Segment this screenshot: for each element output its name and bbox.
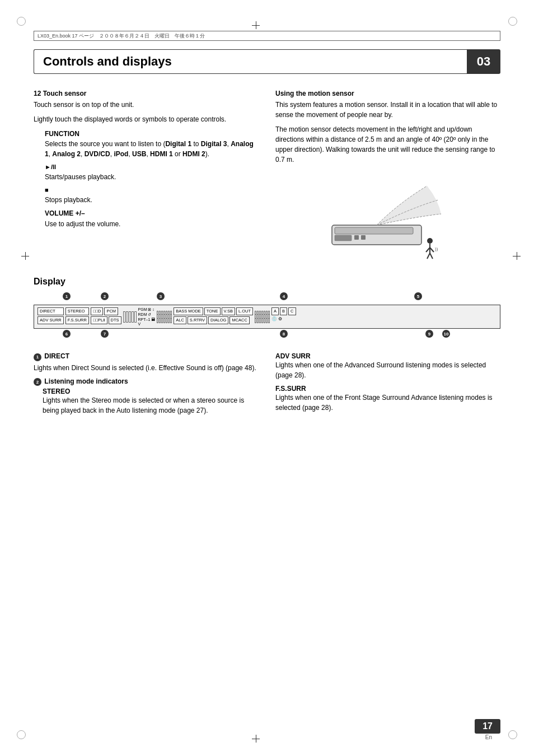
svg-line-10	[427, 253, 430, 259]
desc-stereo-text: Lights when the Stereo mode is selected …	[43, 395, 259, 416]
callout-row-bottom: 6 7 8 9 10	[34, 330, 500, 341]
touch-sensor-text1: Touch sensor is on top of the unit.	[34, 100, 259, 110]
seg-rdm: RDM ↺	[138, 312, 156, 317]
seg-dd: □□D	[91, 307, 103, 315]
svg-line-9	[430, 248, 434, 252]
callout-6: 6	[63, 330, 72, 338]
page-number: 17	[475, 719, 500, 734]
bar-group-left	[123, 307, 137, 326]
seg-vsb: V.SB	[222, 307, 235, 315]
volume-text: Use to adjust the volume.	[45, 219, 259, 229]
seg-bassmode: BASS MODE	[174, 307, 203, 315]
display-panel-container: 1 2 3 4 5 DIRECT ADV SURR STEREO F.S.SUR…	[34, 292, 500, 341]
seg-direct: DIRECT	[38, 307, 64, 315]
callout-9: 9	[425, 330, 434, 338]
stop-text: Stops playback.	[45, 195, 259, 205]
function-section: FUNCTION Selects the source you want to …	[34, 130, 259, 159]
bar-groups-center	[157, 307, 172, 326]
desc-advsurr-text: Lights when one of the Advanced Surround…	[275, 360, 500, 380]
seg-group-direct: DIRECT ADV SURR	[38, 307, 64, 326]
svg-line-11	[430, 253, 433, 259]
seg-group-stereo: STEREO F.S.SURR	[65, 307, 89, 326]
seg-dts: DTS	[109, 316, 121, 324]
desc-direct-text: Lights when Direct Sound is selected (i.…	[34, 363, 259, 373]
cd-icon: 💿	[271, 316, 277, 321]
display-panel: DIRECT ADV SURR STEREO F.S.SURR □□D PCM …	[34, 305, 500, 329]
function-heading: FUNCTION	[45, 130, 259, 138]
desc-stereo-sub: STEREO Lights when the Stereo mode is se…	[34, 388, 259, 416]
callout-4: 4	[280, 292, 289, 300]
svg-rect-3	[354, 235, 359, 240]
play-text: Starts/pauses playback.	[45, 172, 259, 182]
touch-sensor-section: 12 Touch sensor Touch sensor is on top o…	[34, 90, 259, 124]
chapter-number: 03	[467, 49, 500, 74]
svg-rect-1	[335, 227, 413, 234]
seg-group-abc: A B C 💿 ⚙	[271, 307, 296, 326]
svg-rect-4	[361, 235, 366, 240]
desc-direct-num: 1 DIRECT	[34, 352, 259, 361]
motion-sensor-svg: ))	[326, 169, 449, 262]
desc-left-col: 1 DIRECT Lights when Direct Sound is sel…	[34, 352, 259, 420]
seg-group-bass: BASS MODE TONE V.SB L.OUT ALC S.RTRV DIA…	[174, 307, 253, 326]
desc-advsurr: ADV SURR Lights when one of the Advanced…	[275, 352, 500, 380]
callout-row-top: 1 2 3 4 5	[34, 292, 500, 304]
seg-dialog: DIALOG	[208, 316, 228, 324]
callout-2: 2	[101, 292, 110, 300]
desc-listening-modes: 2 Listening mode indicators STEREO Light…	[34, 377, 259, 416]
seg-group-dd: □□D PCM □□PLll DTS	[91, 307, 121, 326]
seg-lout: L.OUT	[236, 307, 253, 315]
touch-sensor-heading: 12 Touch sensor	[34, 90, 259, 97]
seg-a: A	[271, 307, 279, 315]
seg-advsurr: ADV SURR	[38, 316, 64, 324]
stop-section: ■ Stops playback.	[34, 186, 259, 205]
seg-stereo: STEREO	[65, 307, 89, 315]
volume-label: VOLUME +/–	[45, 209, 259, 217]
volume-section: VOLUME +/– Use to adjust the volume.	[34, 209, 259, 229]
seg-alc: ALC	[174, 316, 186, 324]
svg-point-6	[427, 238, 433, 244]
header-bar: LX03_En.book 17 ページ ２００８年６月２４日 火曜日 午後６時１…	[34, 31, 500, 41]
callout-7: 7	[101, 330, 110, 338]
play-section: ►/II Starts/pauses playback.	[34, 164, 259, 182]
function-text: Selects the source you want to listen to…	[45, 139, 259, 159]
motion-sensor-diagram: ))	[275, 169, 500, 263]
desc-stereo-label: STEREO	[43, 388, 259, 395]
desc-listening-num: 2 Listening mode indicators	[34, 377, 259, 386]
right-column: Using the motion sensor This system feat…	[275, 90, 500, 263]
callout-1: 1	[63, 292, 72, 300]
desc-right-col: ADV SURR Lights when one of the Advanced…	[275, 352, 500, 420]
callout-3: 3	[157, 292, 166, 300]
seg-fssurr: F.S.SURR	[65, 316, 89, 324]
desc-direct: 1 DIRECT Lights when Direct Sound is sel…	[34, 352, 259, 373]
seg-tone: TONE	[204, 307, 221, 315]
gear-icon: ⚙	[278, 316, 282, 321]
seg-rpt: RPT–1 🖬	[138, 318, 156, 321]
seg-pgm: PGM ⊠ ↕	[138, 307, 156, 312]
seg-c: C	[288, 307, 296, 315]
display-section: Display 1 2 3 4 5 DIRECT ADV SURR S	[34, 277, 500, 420]
seg-icons: 💿 ⚙	[271, 316, 296, 321]
seg-srtrv: S.RTRV	[188, 316, 207, 324]
motion-text1: This system features a motion sensor. In…	[275, 100, 500, 120]
svg-rect-2	[335, 235, 352, 241]
descriptions: 1 DIRECT Lights when Direct Sound is sel…	[34, 352, 500, 420]
callout-8: 8	[280, 330, 289, 338]
chapter-heading: Controls and displays 03	[34, 49, 500, 74]
chapter-title-text: Controls and displays	[43, 54, 172, 69]
seg-plii: □□PLll	[91, 316, 107, 324]
display-heading: Display	[34, 277, 500, 287]
desc-advsurr-title: ADV SURR	[275, 352, 500, 360]
seg-mcacc: MCACC	[229, 316, 250, 324]
motion-text2: The motion sensor detects movement in th…	[275, 124, 500, 165]
motion-heading: Using the motion sensor	[275, 90, 500, 97]
seg-group-pgm: PGM ⊠ ↕ RDM ↺ RPT–1 🖬 V	[138, 307, 156, 326]
stop-label: ■	[45, 186, 259, 193]
seg-pcm: PCM	[104, 307, 118, 315]
svg-line-8	[426, 248, 430, 252]
main-content: 12 Touch sensor Touch sensor is on top o…	[34, 90, 500, 420]
desc-fssurr-text: Lights when one of the Front Stage Surro…	[275, 393, 500, 413]
desc-fssurr-title: F.S.SURR	[275, 385, 500, 393]
file-info: LX03_En.book 17 ページ ２００８年６月２４日 火曜日 午後６時１…	[38, 32, 205, 40]
bar-groups-right	[255, 307, 270, 326]
seg-v: V	[138, 322, 156, 326]
